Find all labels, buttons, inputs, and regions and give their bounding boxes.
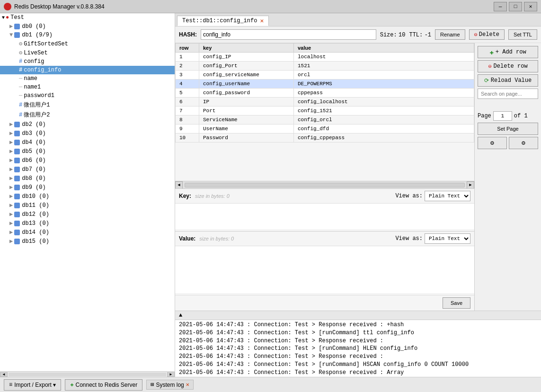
cell-key[interactable]: Password: [199, 134, 294, 143]
table-scroll-left[interactable]: ◀: [175, 181, 183, 189]
cell-key[interactable]: config_serviceName: [199, 71, 294, 80]
reload-label: Reload Value: [491, 77, 532, 84]
table-scroll-track[interactable]: [185, 183, 465, 187]
close-button[interactable]: ✕: [524, 2, 537, 11]
cell-row-num: 10: [176, 134, 199, 143]
sidebar-item-config-info[interactable]: # config_info: [0, 66, 175, 74]
tabs-bar: Test::db1::config_info ✕: [175, 13, 541, 27]
sidebar-item-db2[interactable]: ▶ db2 (0): [0, 120, 175, 129]
table-row[interactable]: 5config_passwordcppepass: [176, 89, 474, 98]
sidebar-item-giftsortedset[interactable]: ⚙ GiftSortedSet: [0, 39, 175, 48]
sidebar-hscrollbar[interactable]: ◀ ▶: [0, 371, 175, 377]
cell-value[interactable]: config_localhost: [294, 98, 474, 107]
sidebar-item-db15[interactable]: ▶ db15 (0): [0, 237, 175, 246]
key-view-select[interactable]: Plain Text JSON XML Msgpack HEX: [425, 191, 470, 201]
sidebar-item-db14[interactable]: ▶ db14 (0): [0, 228, 175, 237]
cell-key[interactable]: config_IP: [199, 53, 294, 62]
side-buttons-panel: ✚ + Add row ⊖ Delete row ⟳ Reload Value …: [475, 43, 541, 311]
table-scroll-right[interactable]: ▶: [467, 181, 474, 189]
cell-value[interactable]: cppepass: [294, 89, 474, 98]
connect-to-redis-button[interactable]: ✚ Connect to Redis Server: [65, 379, 142, 391]
hscroll-left[interactable]: ◀: [0, 372, 8, 377]
table-row[interactable]: 7Portconfig_1521: [176, 107, 474, 116]
value-view-select[interactable]: Plain Text JSON XML Msgpack HEX: [425, 233, 470, 244]
connection-icon: ●: [6, 14, 9, 21]
table-row[interactable]: 9UserNameconfig_dfd: [176, 125, 474, 134]
sidebar-item-name[interactable]: — name: [0, 74, 175, 83]
sidebar-item-config[interactable]: # config: [0, 57, 175, 66]
reload-value-button[interactable]: ⟳ Reload Value: [478, 74, 538, 87]
system-log-close-icon[interactable]: ✕: [186, 381, 189, 388]
cell-key[interactable]: config_userName: [199, 80, 294, 89]
sidebar-item-db3[interactable]: ▶ db3 (0): [0, 129, 175, 138]
cell-key[interactable]: IP: [199, 98, 294, 107]
table-row[interactable]: 8ServiceNameconfig_orcl: [176, 116, 474, 125]
cell-value[interactable]: config_1521: [294, 107, 474, 116]
cell-value[interactable]: localhost: [294, 53, 474, 62]
set-page-button[interactable]: Set Page: [478, 123, 538, 135]
prev-page-button[interactable]: ⚙: [478, 137, 507, 149]
sidebar-item-db1[interactable]: ▼ db1 (9/9): [0, 31, 175, 39]
sidebar-item-weixin1[interactable]: # 微信用户1: [0, 100, 175, 110]
sidebar-item-db8[interactable]: ▶ db8 (0): [0, 174, 175, 183]
sidebar-item-db6[interactable]: ▶ db6 (0): [0, 156, 175, 165]
data-table[interactable]: row key value 1config_IPlocalhost2config…: [175, 43, 474, 181]
sidebar-tree[interactable]: ▼ ● Test ▶ db0 (0) ▼ db1 (9/9) ⚙ GiftSor…: [0, 13, 175, 371]
import-export-button[interactable]: ≡ Import / Export ▾: [4, 379, 61, 391]
table-row[interactable]: 4config_userNameDE_POWERPMS: [176, 80, 474, 89]
cell-value[interactable]: 1521: [294, 62, 474, 71]
sidebar-item-db11[interactable]: ▶ db11 (0): [0, 201, 175, 210]
cell-key[interactable]: Port: [199, 107, 294, 116]
save-button[interactable]: Save: [443, 297, 470, 309]
cell-value[interactable]: config_dfd: [294, 125, 474, 134]
sidebar-item-db13[interactable]: ▶ db13 (0): [0, 219, 175, 228]
db12-icon: [14, 212, 20, 217]
minimize-button[interactable]: —: [494, 2, 507, 11]
db13-arrow: ▶: [9, 220, 13, 227]
value-textarea[interactable]: [175, 246, 474, 293]
cell-key[interactable]: config_Port: [199, 62, 294, 71]
cell-value[interactable]: config_cppepass: [294, 134, 474, 143]
table-hscrollbar[interactable]: ◀ ▶: [175, 181, 474, 188]
table-row[interactable]: 3config_serviceNameorcl: [176, 71, 474, 80]
sidebar-item-name1[interactable]: — name1: [0, 83, 175, 91]
set-ttl-button[interactable]: Set TTL: [508, 29, 537, 40]
sidebar-item-password1[interactable]: — password1: [0, 91, 175, 100]
sidebar-item-db12[interactable]: ▶ db12 (0): [0, 210, 175, 219]
table-row[interactable]: 6IPconfig_localhost: [176, 98, 474, 107]
cell-value[interactable]: DE_POWERPMS: [294, 80, 474, 89]
next-page-button[interactable]: ⚙: [509, 137, 538, 149]
sidebar-item-db5[interactable]: ▶ db5 (0): [0, 147, 175, 156]
hash-ttl-label: TTL: -1: [409, 31, 431, 38]
maximize-button[interactable]: □: [509, 2, 522, 11]
add-row-button[interactable]: ✚ + Add row: [478, 46, 538, 58]
sidebar-item-db4[interactable]: ▶ db4 (0): [0, 138, 175, 147]
system-log-tab[interactable]: ⊞ System log ✕: [146, 380, 194, 390]
cell-key[interactable]: ServiceName: [199, 116, 294, 125]
sidebar-item-db10[interactable]: ▶ db10 (0): [0, 192, 175, 201]
tab-config-info[interactable]: Test::db1::config_info ✕: [177, 16, 269, 26]
key-textarea[interactable]: [175, 203, 474, 229]
cell-key[interactable]: config_password: [199, 89, 294, 98]
cell-key[interactable]: UserName: [199, 125, 294, 134]
delete-row-button[interactable]: ⊖ Delete row: [478, 60, 538, 72]
sidebar-item-liveset[interactable]: ⚙ LiveSet: [0, 48, 175, 57]
tab-close-icon[interactable]: ✕: [260, 18, 264, 24]
sidebar-connection-test[interactable]: ▼ ● Test: [0, 13, 175, 22]
sidebar-item-db9[interactable]: ▶ db9 (0): [0, 183, 175, 192]
delete-button[interactable]: ⊖ Delete: [469, 29, 505, 40]
rename-button[interactable]: Rename: [435, 29, 465, 40]
table-row[interactable]: 10Passwordconfig_cppepass: [176, 134, 474, 143]
sidebar-item-db0[interactable]: ▶ db0 (0): [0, 22, 175, 31]
sidebar-item-weixin2[interactable]: # 微信用户2: [0, 110, 175, 120]
hscroll-right[interactable]: ▶: [167, 372, 175, 377]
cell-value[interactable]: config_orcl: [294, 116, 474, 125]
search-input[interactable]: [478, 89, 538, 99]
cell-value[interactable]: orcl: [294, 71, 474, 80]
table-row[interactable]: 2config_Port1521: [176, 62, 474, 71]
sidebar-item-db7[interactable]: ▶ db7 (0): [0, 165, 175, 174]
table-row[interactable]: 1config_IPlocalhost: [176, 53, 474, 62]
hash-key-input[interactable]: [201, 29, 376, 40]
page-number-input[interactable]: [493, 111, 512, 121]
window-controls[interactable]: — □ ✕: [494, 2, 537, 11]
